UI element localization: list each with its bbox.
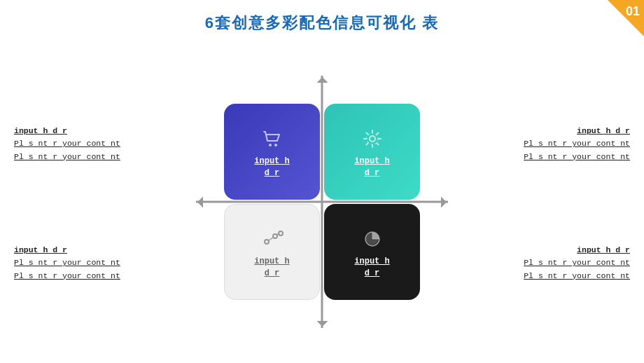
- badge-number: 01: [626, 4, 640, 19]
- text-top-left-header: input h d r: [14, 125, 120, 137]
- card-blue: input hd r: [224, 104, 320, 200]
- card-white: input hd r: [224, 204, 320, 300]
- page-title: 6套创意多彩配色信息可视化 表: [0, 0, 644, 34]
- text-block-bottom-right: input h d r Pl s nt r your cont nt Pl s …: [524, 244, 630, 282]
- text-top-left-line1: Pl s nt r your cont nt: [14, 137, 120, 150]
- card-teal: input hd r: [324, 104, 420, 200]
- text-block-top-right: input h d r Pl s nt r your cont nt Pl s …: [524, 125, 630, 163]
- text-top-right-header: input h d r: [524, 125, 630, 137]
- main-area: input hd r input hd r input hd r: [0, 41, 644, 363]
- card-white-text: input hd r: [254, 256, 289, 280]
- card-teal-text: input hd r: [354, 156, 389, 179]
- svg-point-5: [273, 234, 277, 238]
- svg-point-6: [279, 231, 283, 235]
- svg-point-3: [367, 133, 378, 144]
- card-black-text: input hd r: [354, 256, 389, 280]
- nodes-icon: [260, 226, 285, 252]
- text-bottom-left-line2: Pl s nt r your cont nt: [14, 270, 120, 282]
- text-top-right-line1: Pl s nt r your cont nt: [524, 137, 630, 150]
- text-bottom-right-line1: Pl s nt r your cont nt: [524, 256, 630, 269]
- text-bottom-right-header: input h d r: [524, 244, 630, 256]
- svg-point-4: [265, 240, 269, 244]
- pie-icon: [360, 226, 385, 252]
- text-block-top-left: input h d r Pl s nt r your cont nt Pl s …: [14, 125, 120, 163]
- text-top-left-line2: Pl s nt r your cont nt: [14, 151, 120, 163]
- svg-point-0: [269, 144, 272, 146]
- cart-icon: [260, 126, 285, 151]
- cards-container: input hd r input hd r input hd r: [224, 104, 420, 300]
- text-bottom-left-line1: Pl s nt r your cont nt: [14, 256, 120, 269]
- text-bottom-left-header: input h d r: [14, 244, 120, 256]
- card-black: input hd r: [324, 204, 420, 300]
- gear-icon: [360, 126, 385, 151]
- svg-point-2: [370, 136, 375, 142]
- text-block-bottom-left: input h d r Pl s nt r your cont nt Pl s …: [14, 244, 120, 282]
- card-blue-text: input hd r: [254, 156, 289, 179]
- text-top-right-line2: Pl s nt r your cont nt: [524, 151, 630, 163]
- text-bottom-right-line2: Pl s nt r your cont nt: [524, 270, 630, 282]
- svg-point-1: [274, 144, 277, 146]
